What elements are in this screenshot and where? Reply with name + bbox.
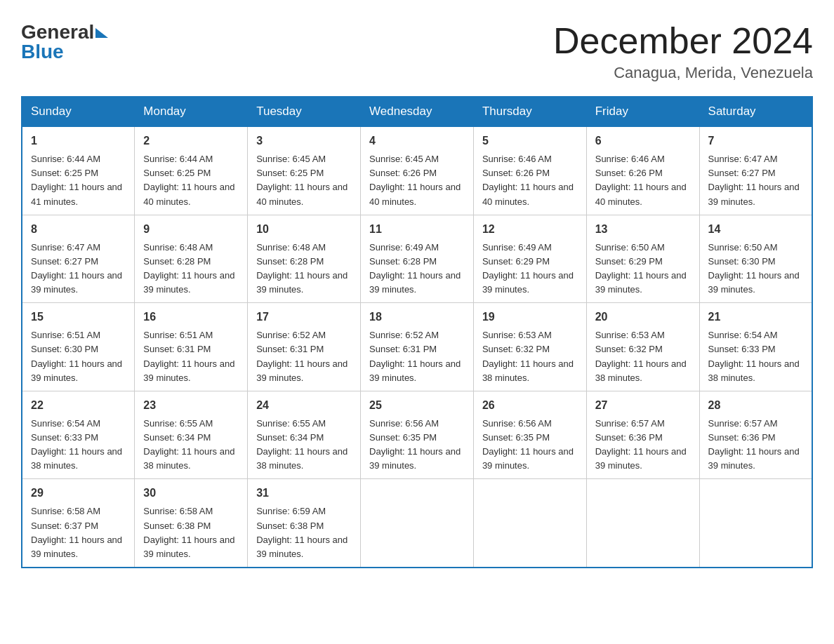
calendar-cell: 2Sunrise: 6:44 AMSunset: 6:25 PMDaylight… (135, 126, 248, 215)
calendar-cell: 17Sunrise: 6:52 AMSunset: 6:31 PMDayligh… (248, 303, 361, 391)
calendar-cell: 4Sunrise: 6:45 AMSunset: 6:26 PMDaylight… (361, 126, 474, 215)
day-number: 19 (482, 309, 578, 326)
calendar-cell: 29Sunrise: 6:58 AMSunset: 6:37 PMDayligh… (22, 479, 135, 568)
calendar-title: December 2024 (553, 21, 813, 61)
day-number: 11 (369, 221, 465, 238)
calendar-cell: 22Sunrise: 6:54 AMSunset: 6:33 PMDayligh… (22, 391, 135, 479)
week-row-5: 29Sunrise: 6:58 AMSunset: 6:37 PMDayligh… (22, 479, 812, 568)
column-header-friday: Friday (586, 97, 699, 126)
column-header-saturday: Saturday (699, 97, 812, 126)
day-info: Sunrise: 6:59 AMSunset: 6:38 PMDaylight:… (256, 504, 352, 561)
calendar-cell: 18Sunrise: 6:52 AMSunset: 6:31 PMDayligh… (361, 303, 474, 391)
calendar-cell: 20Sunrise: 6:53 AMSunset: 6:32 PMDayligh… (586, 303, 699, 391)
day-info: Sunrise: 6:56 AMSunset: 6:35 PMDaylight:… (369, 417, 465, 474)
calendar-cell: 30Sunrise: 6:58 AMSunset: 6:38 PMDayligh… (135, 479, 248, 568)
calendar-cell: 11Sunrise: 6:49 AMSunset: 6:28 PMDayligh… (361, 215, 474, 303)
calendar-cell: 12Sunrise: 6:49 AMSunset: 6:29 PMDayligh… (473, 215, 586, 303)
day-info: Sunrise: 6:45 AMSunset: 6:25 PMDaylight:… (256, 152, 352, 209)
day-info: Sunrise: 6:51 AMSunset: 6:30 PMDaylight:… (31, 328, 126, 385)
day-number: 15 (31, 309, 126, 326)
calendar-cell: 15Sunrise: 6:51 AMSunset: 6:30 PMDayligh… (22, 303, 135, 391)
week-row-2: 8Sunrise: 6:47 AMSunset: 6:27 PMDaylight… (22, 215, 812, 303)
day-number: 4 (369, 133, 465, 149)
day-number: 30 (143, 485, 239, 502)
week-row-4: 22Sunrise: 6:54 AMSunset: 6:33 PMDayligh… (22, 391, 812, 479)
header-row: SundayMondayTuesdayWednesdayThursdayFrid… (22, 97, 812, 126)
day-info: Sunrise: 6:46 AMSunset: 6:26 PMDaylight:… (595, 152, 691, 209)
calendar-table: SundayMondayTuesdayWednesdayThursdayFrid… (21, 96, 813, 568)
calendar-cell: 10Sunrise: 6:48 AMSunset: 6:28 PMDayligh… (248, 215, 361, 303)
day-number: 20 (595, 309, 691, 326)
day-info: Sunrise: 6:44 AMSunset: 6:25 PMDaylight:… (143, 152, 239, 209)
day-info: Sunrise: 6:47 AMSunset: 6:27 PMDaylight:… (31, 241, 126, 297)
calendar-cell (473, 479, 586, 568)
day-number: 1 (31, 133, 126, 149)
calendar-cell: 23Sunrise: 6:55 AMSunset: 6:34 PMDayligh… (135, 391, 248, 479)
day-number: 10 (256, 221, 352, 238)
day-info: Sunrise: 6:56 AMSunset: 6:35 PMDaylight:… (482, 417, 578, 474)
week-row-3: 15Sunrise: 6:51 AMSunset: 6:30 PMDayligh… (22, 303, 812, 391)
day-number: 23 (143, 397, 239, 414)
day-info: Sunrise: 6:44 AMSunset: 6:25 PMDaylight:… (31, 152, 126, 209)
day-info: Sunrise: 6:46 AMSunset: 6:26 PMDaylight:… (482, 152, 578, 209)
calendar-cell: 28Sunrise: 6:57 AMSunset: 6:36 PMDayligh… (699, 391, 812, 479)
calendar-cell (586, 479, 699, 568)
day-number: 16 (143, 309, 239, 326)
day-number: 6 (595, 133, 691, 149)
day-info: Sunrise: 6:54 AMSunset: 6:33 PMDaylight:… (31, 417, 126, 474)
day-number: 2 (143, 133, 239, 149)
day-info: Sunrise: 6:50 AMSunset: 6:29 PMDaylight:… (595, 241, 691, 297)
day-info: Sunrise: 6:55 AMSunset: 6:34 PMDaylight:… (143, 417, 239, 474)
page-header: General Blue December 2024 Canagua, Meri… (14, 14, 820, 82)
day-number: 22 (31, 397, 126, 414)
day-info: Sunrise: 6:58 AMSunset: 6:37 PMDaylight:… (31, 504, 126, 561)
logo: General Blue (21, 21, 108, 63)
day-number: 28 (708, 397, 803, 414)
title-section: December 2024 Canagua, Merida, Venezuela (553, 21, 813, 82)
calendar-cell: 19Sunrise: 6:53 AMSunset: 6:32 PMDayligh… (473, 303, 586, 391)
day-info: Sunrise: 6:49 AMSunset: 6:28 PMDaylight:… (369, 241, 465, 297)
day-info: Sunrise: 6:54 AMSunset: 6:33 PMDaylight:… (708, 328, 803, 385)
day-info: Sunrise: 6:52 AMSunset: 6:31 PMDaylight:… (369, 328, 465, 385)
day-number: 27 (595, 397, 691, 414)
day-info: Sunrise: 6:53 AMSunset: 6:32 PMDaylight:… (482, 328, 578, 385)
column-header-thursday: Thursday (473, 97, 586, 126)
day-number: 7 (708, 133, 803, 149)
calendar-cell: 21Sunrise: 6:54 AMSunset: 6:33 PMDayligh… (699, 303, 812, 391)
day-number: 8 (31, 221, 126, 238)
calendar-cell (361, 479, 474, 568)
day-info: Sunrise: 6:48 AMSunset: 6:28 PMDaylight:… (143, 241, 239, 297)
day-info: Sunrise: 6:57 AMSunset: 6:36 PMDaylight:… (595, 417, 691, 474)
calendar-cell: 27Sunrise: 6:57 AMSunset: 6:36 PMDayligh… (586, 391, 699, 479)
day-number: 9 (143, 221, 239, 238)
day-info: Sunrise: 6:58 AMSunset: 6:38 PMDaylight:… (143, 504, 239, 561)
day-number: 12 (482, 221, 578, 238)
day-number: 29 (31, 485, 126, 502)
day-info: Sunrise: 6:53 AMSunset: 6:32 PMDaylight:… (595, 328, 691, 385)
day-info: Sunrise: 6:49 AMSunset: 6:29 PMDaylight:… (482, 241, 578, 297)
day-number: 24 (256, 397, 352, 414)
day-number: 31 (256, 485, 352, 502)
calendar-cell: 26Sunrise: 6:56 AMSunset: 6:35 PMDayligh… (473, 391, 586, 479)
calendar-cell: 5Sunrise: 6:46 AMSunset: 6:26 PMDaylight… (473, 126, 586, 215)
calendar-cell: 31Sunrise: 6:59 AMSunset: 6:38 PMDayligh… (248, 479, 361, 568)
day-number: 14 (708, 221, 803, 238)
day-number: 18 (369, 309, 465, 326)
day-info: Sunrise: 6:55 AMSunset: 6:34 PMDaylight:… (256, 417, 352, 474)
day-number: 21 (708, 309, 803, 326)
calendar-cell: 3Sunrise: 6:45 AMSunset: 6:25 PMDaylight… (248, 126, 361, 215)
calendar-cell (699, 479, 812, 568)
column-header-wednesday: Wednesday (361, 97, 474, 126)
day-info: Sunrise: 6:52 AMSunset: 6:31 PMDaylight:… (256, 328, 352, 385)
calendar-cell: 13Sunrise: 6:50 AMSunset: 6:29 PMDayligh… (586, 215, 699, 303)
day-info: Sunrise: 6:47 AMSunset: 6:27 PMDaylight:… (708, 152, 803, 209)
column-header-monday: Monday (135, 97, 248, 126)
column-header-sunday: Sunday (22, 97, 135, 126)
calendar-cell: 8Sunrise: 6:47 AMSunset: 6:27 PMDaylight… (22, 215, 135, 303)
day-info: Sunrise: 6:45 AMSunset: 6:26 PMDaylight:… (369, 152, 465, 209)
column-header-tuesday: Tuesday (248, 97, 361, 126)
calendar-cell: 24Sunrise: 6:55 AMSunset: 6:34 PMDayligh… (248, 391, 361, 479)
day-number: 17 (256, 309, 352, 326)
calendar-cell: 25Sunrise: 6:56 AMSunset: 6:35 PMDayligh… (361, 391, 474, 479)
day-info: Sunrise: 6:50 AMSunset: 6:30 PMDaylight:… (708, 241, 803, 297)
